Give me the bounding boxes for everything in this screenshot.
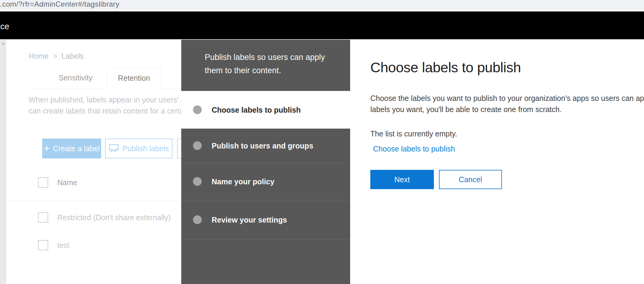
browser-address-bar[interactable]: .com/?rfr=AdminCenter#/tagslibrary [0, 0, 644, 9]
empty-list-text: The list is currently empty. [370, 130, 457, 138]
plus-icon: + [44, 143, 50, 154]
step-circle-icon [193, 215, 202, 224]
wizard-description-line1: Choose the labels you want to publish to… [370, 93, 644, 104]
next-button[interactable]: Next [370, 170, 434, 189]
wizard-steps-panel: Publish labels so users can apply them t… [181, 40, 350, 284]
publish-labels-button-label: Publish labels [123, 144, 169, 153]
scroll-up-icon[interactable]: ▲ [0, 41, 6, 45]
breadcrumb-separator: > [53, 52, 58, 60]
wizard-step-publish-users[interactable]: Publish to users and groups [181, 129, 350, 163]
step-circle-icon [193, 141, 202, 150]
create-label-button-label: Create a label [53, 144, 100, 153]
create-label-button[interactable]: + Create a label [42, 139, 101, 158]
table-row-label: Restricted (Don't share externally) [57, 213, 171, 222]
breadcrumb: Home>Labels [29, 52, 84, 61]
breadcrumb-current: Labels [61, 52, 84, 60]
publish-screen-check-icon [109, 144, 119, 153]
wizard-page-title: Choose labels to publish [370, 59, 521, 76]
wizard-intro-text: Publish labels so users can apply them t… [205, 51, 334, 77]
step-circle-icon [193, 105, 202, 114]
select-all-checkbox[interactable] [38, 177, 48, 188]
wizard-step-label: Name your policy [212, 177, 274, 186]
wizard-step-choose-labels[interactable]: Choose labels to publish [181, 91, 350, 129]
wizard-step-label: Publish to users and groups [212, 142, 313, 150]
choose-labels-link[interactable]: Choose labels to publish [373, 145, 455, 153]
tab-sensitivity[interactable]: Sensitivity [39, 67, 112, 88]
wizard-step-name-policy[interactable]: Name your policy [181, 163, 350, 200]
page-description-line1: When published, labels appear in your us… [29, 94, 181, 105]
wizard-step-review-settings[interactable]: Review your settings [181, 200, 350, 239]
page-description: When published, labels appear in your us… [29, 94, 181, 121]
table-header-divider [6, 201, 181, 201]
cancel-button[interactable]: Cancel [439, 170, 502, 189]
tab-retention[interactable]: Retention [107, 67, 161, 89]
wizard-description-line2: labels you want, you'll be able to creat… [370, 104, 644, 115]
page-description-line2: can create labels that retain content fo… [29, 105, 181, 117]
wizard-step-label: Review your settings [212, 215, 287, 224]
wizard-step-list: Choose labels to publish Publish to user… [181, 91, 350, 239]
wizard-step-label: Choose labels to publish [212, 105, 301, 114]
cancel-button-label: Cancel [459, 175, 482, 184]
vertical-scrollbar[interactable]: ▲ [0, 40, 6, 284]
screen: .com/?rfr=AdminCenter#/tagslibrary ce ▲ … [0, 0, 644, 284]
app-bar: ce [0, 11, 644, 40]
tab-strip: Sensitivity Retention [29, 67, 181, 89]
row-checkbox[interactable] [38, 240, 48, 250]
url-text: .com/?rfr=AdminCenter#/tagslibrary [0, 0, 119, 8]
publish-labels-button[interactable]: Publish labels [105, 139, 173, 158]
row-checkbox[interactable] [38, 212, 48, 223]
breadcrumb-home-link[interactable]: Home [29, 52, 49, 60]
table-row-label: test [57, 241, 69, 250]
app-bar-brand-fragment: ce [0, 22, 9, 31]
step-circle-icon [193, 177, 202, 186]
table-header-name: Name [57, 178, 77, 187]
wizard-page-description: Choose the labels you want to publish to… [370, 93, 644, 115]
next-button-label: Next [394, 175, 410, 184]
